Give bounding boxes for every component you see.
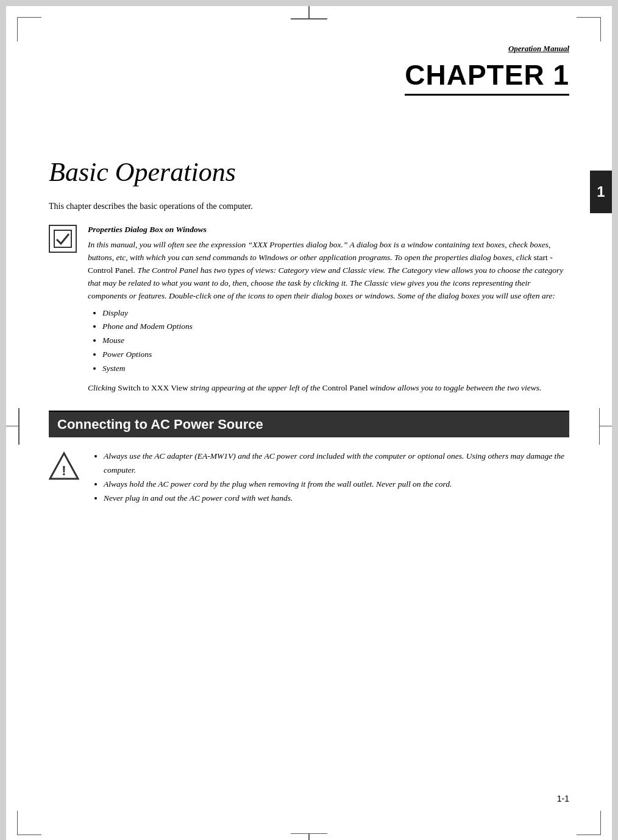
connecting-title: Connecting to AC Power Source xyxy=(49,412,569,437)
chapter-tab: 1 xyxy=(590,171,612,213)
note-body: In this manual, you will often see the e… xyxy=(88,239,569,303)
note-block: Properties Dialog Box on Windows In this… xyxy=(49,224,569,397)
warning-list: Always use the AC adapter (EA-MW1V) and … xyxy=(90,450,569,506)
intro-paragraph: This chapter describes the basic operati… xyxy=(49,200,569,213)
chapter-heading: CHAPTER 1 xyxy=(405,58,569,96)
list-item: Power Options xyxy=(102,348,569,362)
note-content: Properties Dialog Box on Windows In this… xyxy=(88,224,569,397)
corner-mark-bl xyxy=(17,811,41,835)
warning-block: ! Always use the AC adapter (EA-MW1V) an… xyxy=(49,450,569,506)
note-bullet-list: Display Phone and Modem Options Mouse Po… xyxy=(88,306,569,376)
list-item: Phone and Modem Options xyxy=(102,320,569,334)
triangle-svg: ! xyxy=(49,451,79,481)
chapter-heading-wrap: CHAPTER 1 xyxy=(49,58,569,126)
page: 1 Operation Manual CHAPTER 1 Basic Opera… xyxy=(6,6,612,840)
corner-mark-tl xyxy=(17,17,41,41)
main-content: Operation Manual CHAPTER 1 Basic Operati… xyxy=(49,43,569,810)
list-item: Display xyxy=(102,306,569,320)
page-number: 1-1 xyxy=(557,794,569,803)
checkmark-icon xyxy=(49,225,77,253)
tick-left xyxy=(6,408,20,445)
header: Operation Manual xyxy=(49,43,569,54)
list-item: Never plug in and out the AC power cord … xyxy=(104,492,569,506)
corner-mark-tr xyxy=(577,17,601,41)
warning-triangle-icon: ! xyxy=(49,451,79,481)
list-item: Always use the AC adapter (EA-MW1V) and … xyxy=(104,450,569,478)
switch-text: Clicking Switch to XXX View string appea… xyxy=(88,382,569,395)
list-item: Mouse xyxy=(102,334,569,348)
tick-right xyxy=(599,408,613,445)
connecting-section: Connecting to AC Power Source ! Always u… xyxy=(49,412,569,506)
svg-text:!: ! xyxy=(62,463,66,478)
note-title: Properties Dialog Box on Windows xyxy=(88,224,569,236)
list-item: System xyxy=(102,362,569,376)
basic-operations-title: Basic Operations xyxy=(49,157,569,188)
tick-top xyxy=(291,6,327,19)
list-item: Always hold the AC power cord by the plu… xyxy=(104,478,569,492)
checkmark-svg xyxy=(53,229,73,249)
svg-rect-0 xyxy=(54,230,71,247)
operation-manual-label: Operation Manual xyxy=(508,44,569,53)
tick-bottom xyxy=(291,833,327,841)
corner-mark-br xyxy=(577,811,601,835)
